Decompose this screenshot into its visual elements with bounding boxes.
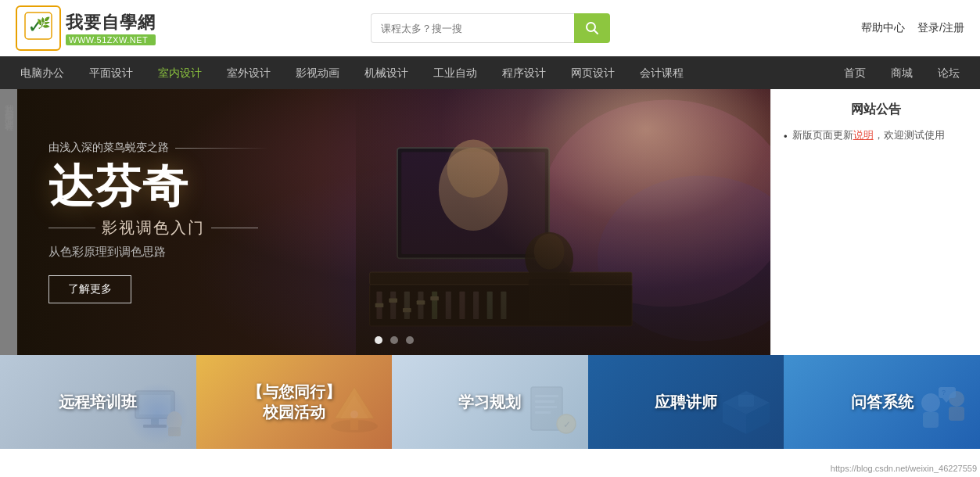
banner-dot-2[interactable] — [390, 336, 398, 344]
card-apply-teacher[interactable]: 应聘讲师 — [588, 355, 784, 449]
search-button[interactable] — [574, 13, 610, 43]
svg-rect-40 — [350, 418, 358, 430]
banner-title: 达芬奇 — [48, 161, 269, 211]
card-qa-system[interactable]: ? 问答系统 — [784, 355, 980, 449]
svg-text:🌿: 🌿 — [37, 16, 51, 30]
banner[interactable]: 由浅入深的菜鸟蜕变之路 达芬奇 影视调色入门 从色彩原理到调色思路 了解更多 — [17, 89, 770, 355]
nav-item-6[interactable]: 工业自动 — [421, 56, 490, 89]
logo-url: WWW.51ZXW.NET — [66, 34, 156, 45]
side-scroll-label: 我要自学网专业课程 — [0, 89, 17, 355]
nav-item-4[interactable]: 影视动画 — [283, 56, 352, 89]
svg-point-30 — [534, 234, 565, 270]
announcement-panel: 网站公告 • 新版页面更新说明，欢迎测试使用 — [770, 89, 980, 355]
announcement-title: 网站公告 — [784, 102, 967, 118]
card-3-illustration: ✓ — [519, 383, 582, 446]
svg-rect-22 — [501, 292, 507, 319]
banner-dots — [375, 336, 414, 344]
nav-right: 首页 商城 论坛 — [831, 56, 972, 89]
svg-point-5 — [543, 99, 770, 307]
banner-desc-line-right — [211, 228, 258, 228]
svg-rect-33 — [151, 418, 159, 425]
nav-item-0[interactable]: 电脑办公 — [8, 56, 77, 89]
announcement-text: 新版页面更新说明，欢迎测试使用 — [792, 127, 945, 144]
banner-learn-more-button[interactable]: 了解更多 — [48, 275, 131, 303]
svg-rect-44 — [535, 400, 555, 403]
search-area — [371, 13, 610, 43]
svg-rect-36 — [168, 427, 181, 436]
svg-rect-46 — [535, 411, 551, 414]
banner-content: 由浅入深的菜鸟蜕变之路 达芬奇 影视调色入门 从色彩原理到调色思路 了解更多 — [17, 117, 300, 327]
banner-dot-1[interactable] — [375, 336, 382, 344]
login-register-link[interactable]: 登录/注册 — [917, 21, 964, 35]
nav-item-3[interactable]: 室外设计 — [214, 56, 283, 89]
nav-item-7[interactable]: 程序设计 — [490, 56, 558, 89]
nav-item-9[interactable]: 会计课程 — [627, 56, 696, 89]
svg-rect-27 — [431, 296, 440, 300]
svg-rect-32 — [139, 395, 171, 414]
nav-item-2[interactable]: 室内设计 — [145, 56, 214, 89]
nav-forum[interactable]: 论坛 — [925, 56, 972, 89]
banner-person-illustration — [356, 89, 770, 355]
banner-subtitle: 由浅入深的菜鸟蜕变之路 — [48, 141, 269, 155]
card-3-label: 学习规划 — [458, 392, 521, 412]
logo-text-area: 我要自學網 WWW.51ZXW.NET — [66, 11, 156, 45]
nav-shop[interactable]: 商城 — [878, 56, 925, 89]
nav-bar: 电脑办公 平面设计 室内设计 室外设计 影视动画 机械设计 工业自动 程序设计 … — [0, 56, 980, 89]
svg-text:?: ? — [942, 389, 946, 396]
svg-rect-21 — [487, 292, 493, 319]
svg-rect-43 — [535, 395, 558, 397]
main-area: 我要自学网专业课程 — [0, 89, 980, 355]
svg-rect-34 — [143, 425, 167, 428]
banner-desc-line-left — [48, 228, 95, 228]
svg-point-6 — [598, 175, 770, 341]
svg-rect-12 — [370, 285, 632, 326]
svg-point-9 — [439, 148, 508, 231]
svg-rect-11 — [370, 272, 632, 285]
svg-rect-56 — [949, 407, 964, 421]
card-2-label: 【与您同行】 校园活动 — [247, 382, 341, 422]
nav-home[interactable]: 首页 — [831, 56, 878, 89]
svg-rect-8 — [402, 152, 546, 254]
svg-rect-19 — [460, 292, 465, 319]
logo-title: 我要自學網 — [66, 11, 156, 34]
announcement-link[interactable]: 说明 — [853, 129, 874, 141]
nav-item-8[interactable]: 网页设计 — [558, 56, 627, 89]
search-input[interactable] — [371, 13, 574, 43]
header: ✓ 🌿 我要自學網 WWW.51ZXW.NET 帮助中心 登录/注册 — [0, 0, 980, 56]
header-right: 帮助中心 登录/注册 — [861, 21, 964, 35]
svg-text:✓: ✓ — [563, 419, 571, 430]
nav-item-1[interactable]: 平面设计 — [77, 56, 145, 89]
banner-desc-text: 影视调色入门 — [102, 217, 205, 238]
svg-point-53 — [921, 393, 940, 412]
card-study-plan[interactable]: ✓ 学习规划 — [392, 355, 588, 449]
svg-rect-52 — [738, 395, 754, 407]
card-4-label: 应聘讲师 — [655, 392, 717, 412]
svg-rect-23 — [375, 303, 384, 307]
svg-rect-29 — [529, 279, 570, 321]
svg-point-10 — [447, 140, 500, 198]
card-campus-activity[interactable]: 【与您同行】 校园活动 — [196, 355, 393, 449]
svg-rect-25 — [403, 308, 411, 312]
banner-tagline: 从色彩原理到调色思路 — [48, 245, 269, 260]
svg-point-28 — [526, 232, 574, 285]
svg-rect-14 — [390, 292, 396, 319]
svg-rect-7 — [397, 148, 549, 258]
card-5-illustration: ? — [911, 383, 974, 446]
svg-rect-16 — [418, 292, 424, 319]
svg-rect-13 — [377, 292, 382, 319]
card-4-illustration — [715, 383, 777, 446]
help-center-link[interactable]: 帮助中心 — [861, 21, 905, 35]
announcement-item-0: • 新版页面更新说明，欢迎测试使用 — [784, 127, 967, 145]
logo-area: ✓ 🌿 我要自學網 WWW.51ZXW.NET — [16, 5, 156, 51]
card-remote-training[interactable]: 远程培训班 — [0, 355, 196, 449]
svg-rect-18 — [446, 292, 451, 319]
nav-item-5[interactable]: 机械设计 — [352, 56, 421, 89]
svg-rect-26 — [417, 300, 425, 304]
svg-rect-15 — [404, 292, 410, 319]
svg-line-4 — [594, 30, 598, 34]
svg-rect-45 — [535, 406, 557, 408]
cards-row: 远程培训班 【与您同行】 校园活动 ✓ — [0, 355, 980, 449]
banner-dot-3[interactable] — [406, 336, 414, 344]
banner-desc: 影视调色入门 — [48, 217, 269, 238]
logo-icon: ✓ 🌿 — [23, 11, 53, 46]
